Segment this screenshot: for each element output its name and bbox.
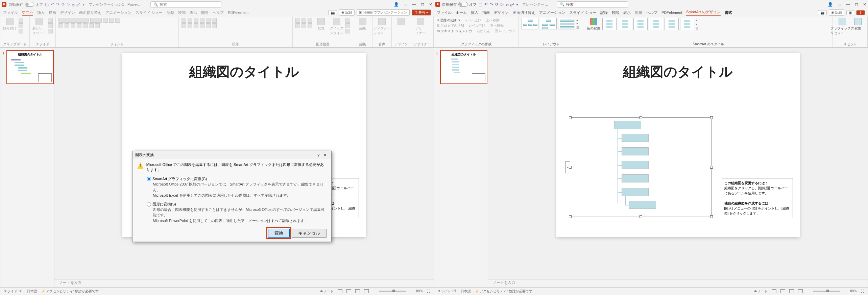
ribbon-mode-icon[interactable]: ▭ <box>838 2 841 7</box>
quick-access-toolbar[interactable]: ▢ ↶ ↷ ⟳ ▷ x² ex ▾ <box>45 2 85 7</box>
underline-icon[interactable] <box>71 23 75 28</box>
style-option[interactable] <box>618 18 632 30</box>
slide[interactable]: 組織図のタイトル ◂ <box>556 53 800 237</box>
teams-present-button[interactable]: ▣ Teams でプレゼンテーション <box>357 9 410 16</box>
slide-area[interactable]: 組織図のタイトル ◂ <box>488 48 868 279</box>
layout-gallery[interactable]: ▴▾⊟ <box>522 18 581 29</box>
smartart-convert-icon[interactable] <box>212 23 217 28</box>
account-icon[interactable]: 👤 <box>394 2 399 7</box>
paste-button[interactable]: 貼り付け <box>3 18 17 31</box>
radio-shapes[interactable] <box>147 202 151 206</box>
zoom-slider[interactable] <box>813 291 840 292</box>
notes-pane[interactable]: ノートを入力 <box>54 279 434 287</box>
view-normal-icon[interactable] <box>772 289 776 293</box>
maximize-button[interactable]: ◻ <box>855 2 858 7</box>
gallery-more-icon[interactable]: ⊟ <box>576 26 581 29</box>
bold-icon[interactable] <box>58 23 63 28</box>
align-left-icon[interactable] <box>182 23 186 28</box>
new-slide-button[interactable]: 新しい スライド <box>32 18 46 35</box>
smartart-node[interactable] <box>614 121 641 129</box>
font-size-dropdown[interactable] <box>90 18 102 23</box>
move-up-button[interactable]: 上へ移動 <box>486 18 500 23</box>
tab-draw[interactable]: 描画 <box>482 10 490 15</box>
accessibility-status[interactable]: ⚡ アクセシビリティ: 検討が必要です <box>41 289 99 294</box>
slideshow-icon[interactable]: ▷ <box>501 2 504 7</box>
addins-button[interactable] <box>394 18 408 25</box>
tab-file[interactable]: ファイル <box>3 10 18 15</box>
shape-icon[interactable] <box>302 23 306 28</box>
gallery-up-icon[interactable]: ▴ <box>576 18 581 22</box>
repeat-icon[interactable]: ⟳ <box>62 2 65 7</box>
language-indicator[interactable]: 日本語 <box>461 289 471 294</box>
designer-button[interactable]: デザ イナー <box>414 18 427 35</box>
slideshow-icon[interactable]: ▷ <box>67 2 70 7</box>
indent-dec-icon[interactable] <box>194 18 198 23</box>
layout-option[interactable] <box>540 18 557 29</box>
redo-icon[interactable]: ↷ <box>56 2 59 7</box>
tab-record[interactable]: 記録 <box>167 10 174 15</box>
dictation-button[interactable]: ディクテー ション <box>375 18 389 35</box>
slide-thumbnail-1[interactable]: 1 組織図のタイトル <box>6 50 54 84</box>
tab-animations[interactable]: アニメーション <box>539 10 565 15</box>
zoom-value[interactable]: 80% <box>850 289 857 293</box>
chevron-down-icon[interactable]: ▾ <box>82 2 85 7</box>
quick-access-toolbar[interactable]: ▢ ↶ ↷ ⟳ ▷ x² ex ▾ <box>479 2 518 7</box>
style-option[interactable] <box>680 18 694 30</box>
style-option[interactable] <box>602 18 617 30</box>
gallery-up-icon[interactable]: ▴ <box>696 18 700 22</box>
convert-button[interactable]: 変換 <box>851 18 865 31</box>
dialog-help-button[interactable]: ? <box>315 153 321 157</box>
tab-help[interactable]: ヘルプ <box>646 10 657 15</box>
reset-graphic-button[interactable]: グラフィックの リセット <box>836 18 849 35</box>
record-button[interactable]: ◉ 記録 <box>339 9 355 16</box>
add-bullet-button[interactable]: ⊟ 行頭文字の追加 <box>437 23 464 28</box>
teams-icon-button[interactable]: ▣ <box>846 10 854 15</box>
align-center-icon[interactable] <box>188 23 192 28</box>
shape-icon[interactable] <box>302 18 306 23</box>
fill-icon[interactable] <box>345 18 350 23</box>
close-button[interactable]: ✕ <box>429 2 432 7</box>
tab-developer[interactable]: 開発 <box>201 10 209 15</box>
tab-insert[interactable]: 挿入 <box>37 10 45 15</box>
fit-window-icon[interactable]: ⛶ <box>427 289 430 293</box>
smartart-node[interactable] <box>622 188 649 196</box>
line-spacing-icon[interactable] <box>206 18 211 23</box>
tab-help[interactable]: ヘルプ <box>213 10 224 15</box>
shape-icon[interactable] <box>308 18 312 23</box>
font-family-dropdown[interactable] <box>58 18 89 23</box>
tab-design[interactable]: デザイン <box>60 10 75 15</box>
minimize-button[interactable]: — <box>846 2 850 7</box>
copy-icon[interactable] <box>19 23 23 28</box>
smartart-node[interactable] <box>622 134 649 142</box>
tab-home[interactable]: ホーム <box>456 10 467 15</box>
effects-icon[interactable] <box>345 29 350 33</box>
shape-icon[interactable] <box>295 18 300 23</box>
gallery-down-icon[interactable]: ▾ <box>576 22 581 25</box>
change-colors-button[interactable]: 色の変更 <box>587 18 600 31</box>
fit-window-icon[interactable]: ⛶ <box>861 289 864 293</box>
autosave-toggle[interactable]: 自動保存 オフ <box>442 2 477 7</box>
increase-font-icon[interactable] <box>103 18 108 23</box>
arrange-button[interactable]: 配置 <box>314 18 328 31</box>
tab-developer[interactable]: 開発 <box>635 10 642 15</box>
editing-button[interactable]: 編集 <box>356 18 369 31</box>
accessibility-status[interactable]: ⚡ アクセシビリティ: 検討が必要です <box>475 289 532 294</box>
tab-view[interactable]: 表示 <box>190 10 197 15</box>
view-sorter-icon[interactable] <box>780 289 785 293</box>
view-normal-icon[interactable] <box>338 289 342 293</box>
style-option[interactable] <box>633 18 648 30</box>
italic-icon[interactable] <box>65 23 69 28</box>
search-box[interactable]: 🔍 検索 <box>557 1 628 8</box>
tab-slideshow[interactable]: スライド ショー <box>569 10 596 15</box>
chevron-down-icon[interactable]: ▾ <box>516 2 518 7</box>
redo-icon[interactable]: ↷ <box>490 2 493 7</box>
smartart-node[interactable] <box>622 147 649 155</box>
clear-format-icon[interactable] <box>115 18 120 23</box>
view-sorter-icon[interactable] <box>346 289 351 293</box>
save-icon[interactable]: ▢ <box>479 2 482 7</box>
undo-icon[interactable]: ↶ <box>51 2 54 7</box>
minimize-button[interactable]: — <box>412 2 416 7</box>
smartart-frame[interactable]: ◂ <box>570 117 712 217</box>
radio-smartart[interactable] <box>147 177 151 181</box>
tab-format[interactable]: 書式 <box>725 10 732 15</box>
